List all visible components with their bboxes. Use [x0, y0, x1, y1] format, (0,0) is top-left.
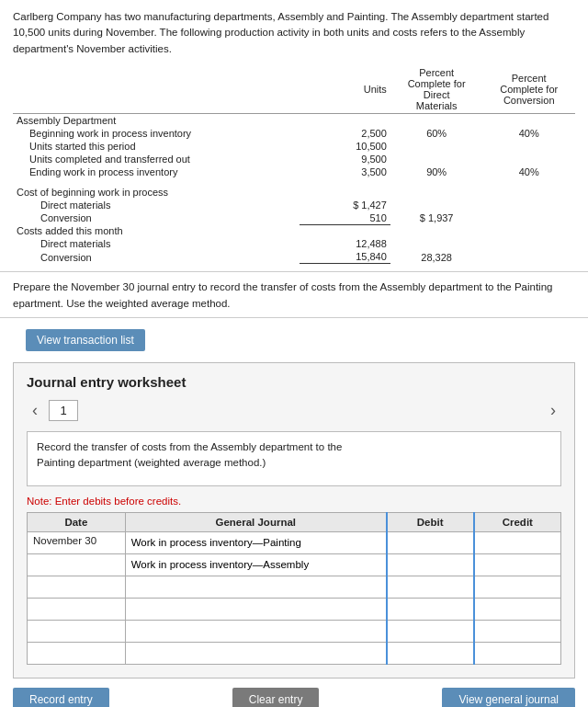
table-row: Ending work in process inventory 3,500 9…: [13, 165, 575, 178]
intro-section: Carlberg Company has two manufacturing d…: [0, 0, 588, 272]
row1-conv: 40%: [482, 127, 575, 140]
table-row: Assembly Department: [13, 113, 575, 127]
journal-row: November 30: [28, 531, 561, 553]
date-header: Date: [28, 512, 126, 531]
table-row: Direct materials $ 1,427: [13, 199, 575, 211]
record-entry-button[interactable]: Record entry: [13, 688, 109, 707]
dm2-label: Direct materials: [13, 237, 300, 250]
page-number: 1: [49, 400, 78, 421]
credit-cell[interactable]: [474, 531, 561, 553]
conv-total: $ 1,937: [390, 211, 483, 225]
table-row: Units completed and transferred out 9,50…: [13, 153, 575, 165]
worksheet-title: Journal entry worksheet: [27, 374, 561, 390]
data-table: Units Percent Complete for Direct Materi…: [13, 66, 575, 265]
journal-input[interactable]: [131, 581, 380, 592]
debit-input[interactable]: [393, 647, 468, 658]
date-cell: November 30: [28, 531, 126, 553]
cost-section-label: Cost of beginning work in process: [13, 186, 300, 199]
col4-header: Percent Complete for Conversion: [482, 66, 575, 114]
credit-input[interactable]: [481, 647, 555, 658]
table-row: Direct materials 12,488: [13, 237, 575, 250]
journal-input[interactable]: [131, 625, 380, 636]
row4-label: Ending work in process inventory: [13, 165, 300, 178]
journal-row: [28, 576, 561, 598]
prompt-text: Prepare the November 30 journal entry to…: [13, 279, 575, 312]
credit-input[interactable]: [481, 603, 555, 614]
costs-added-label: Costs added this month: [13, 224, 300, 237]
journal-cell[interactable]: [125, 531, 387, 553]
col3-header: Percent Complete for Direct Materials: [390, 66, 483, 114]
credit-input[interactable]: [481, 625, 555, 636]
row2-label: Units started this period: [13, 140, 300, 153]
journal-table: Date General Journal Debit Credit Novemb…: [27, 512, 561, 665]
table-row: Costs added this month: [13, 224, 575, 237]
journal-input[interactable]: [131, 537, 380, 548]
next-page-button[interactable]: ›: [545, 399, 561, 422]
credit-input[interactable]: [481, 581, 555, 592]
description-text: Record the transfer of costs from the As…: [37, 441, 342, 468]
debit-input[interactable]: [393, 625, 468, 636]
dept-label: Assembly Department: [13, 113, 300, 127]
row1-units: 2,500: [300, 127, 390, 140]
row3-label: Units completed and transferred out: [13, 153, 300, 165]
credit-cell[interactable]: [474, 553, 561, 576]
nav-row: ‹ 1 ›: [27, 399, 561, 422]
date-cell: [28, 553, 126, 576]
credit-header: Credit: [474, 512, 561, 531]
gap-row: [13, 178, 575, 186]
view-general-journal-button[interactable]: View general journal: [442, 688, 575, 707]
clear-entry-button[interactable]: Clear entry: [232, 688, 320, 707]
row2-units: 10,500: [300, 140, 390, 153]
prompt-section: Prepare the November 30 journal entry to…: [0, 272, 588, 318]
dm-value: $ 1,427: [300, 199, 390, 211]
table-row: Conversion 510 $ 1,937: [13, 211, 575, 225]
journal-header-row: Date General Journal Debit Credit: [28, 512, 561, 531]
row3-units: 9,500: [300, 153, 390, 165]
debit-input[interactable]: [393, 559, 468, 570]
col3-line2: Complete for: [394, 78, 480, 89]
journal-input[interactable]: [131, 559, 380, 570]
view-transaction-button[interactable]: View transaction list: [26, 329, 145, 351]
debit-cell[interactable]: [387, 531, 474, 553]
credit-input[interactable]: [481, 559, 555, 570]
debit-cell[interactable]: [387, 553, 474, 576]
debit-input[interactable]: [393, 603, 468, 614]
table-row: Conversion 15,840 28,328: [13, 250, 575, 264]
table-row: Beginning work in process inventory 2,50…: [13, 127, 575, 140]
journal-row: [28, 598, 561, 620]
col2-header: Units: [300, 66, 390, 114]
prompt-body: epare the November 30 journal entry to r…: [13, 281, 552, 308]
row1-label: Beginning work in process inventory: [13, 127, 300, 140]
conv-label: Conversion: [13, 211, 300, 225]
description-box: Record the transfer of costs from the As…: [27, 431, 561, 486]
journal-input[interactable]: [131, 603, 380, 614]
col4-line3: Conversion: [486, 95, 571, 106]
conv2-value: 15,840: [300, 250, 390, 264]
col4-line1: Percent: [486, 73, 571, 84]
worksheet-container: Journal entry worksheet ‹ 1 › Record the…: [13, 362, 575, 678]
row4-units: 3,500: [300, 165, 390, 178]
debit-input[interactable]: [393, 537, 468, 548]
dm-label: Direct materials: [13, 199, 300, 211]
prev-page-button[interactable]: ‹: [27, 399, 43, 422]
journal-row: [28, 553, 561, 576]
credit-input[interactable]: [481, 537, 555, 548]
journal-input[interactable]: [131, 647, 380, 658]
col4-line2: Complete for: [486, 84, 571, 95]
conv-value: 510: [300, 211, 390, 225]
journal-header: General Journal: [125, 512, 387, 531]
col3-line4: Materials: [394, 100, 480, 111]
table-row: Cost of beginning work in process: [13, 186, 575, 199]
view-transaction-area: View transaction list: [0, 318, 588, 362]
journal-cell[interactable]: [125, 553, 387, 576]
note-text: Note: Enter debits before credits.: [27, 496, 561, 507]
debit-input[interactable]: [393, 581, 468, 592]
row4-dm: 90%: [390, 165, 483, 178]
prompt-prefix: Pr: [13, 281, 24, 292]
button-row: Record entry Clear entry View general jo…: [13, 688, 575, 707]
journal-row: [28, 620, 561, 642]
dm2-value: 12,488: [300, 237, 390, 250]
col3-line3: Direct: [394, 89, 480, 100]
col1-header: [13, 66, 300, 114]
journal-row: [28, 642, 561, 664]
